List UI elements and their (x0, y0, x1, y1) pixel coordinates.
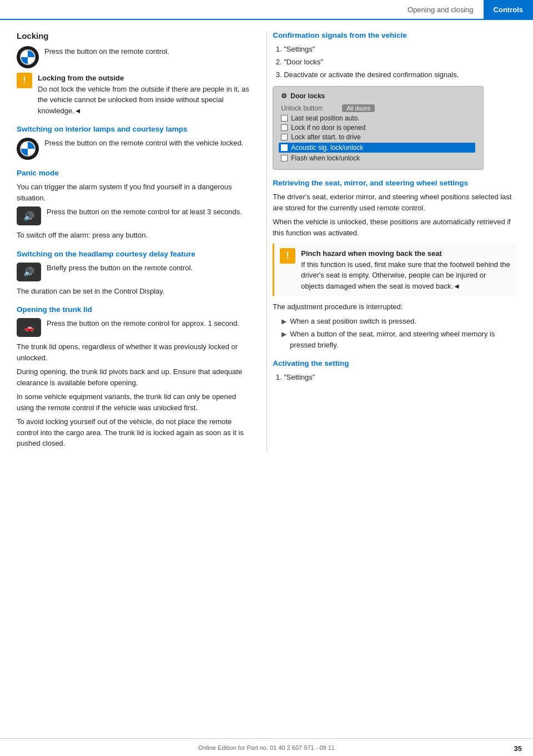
gear-icon: ⚙ (281, 92, 287, 100)
trunk-body4: In some vehicle equipment variants, the … (17, 391, 250, 413)
trunk-avoid: To avoid locking yourself out of the veh… (17, 416, 250, 449)
bmw-remote-icon-2 (17, 138, 39, 160)
headlamp-body2: The duration can be set in the Control D… (17, 286, 250, 297)
checkbox-label: Acoustic sig. lock/unlock (291, 144, 363, 152)
seat-mirror-body2: When the vehicle is unlocked, these posi… (273, 216, 516, 238)
door-locks-items: Last seat position auto.Lock if no door … (281, 114, 475, 162)
top-nav: Opening and closing Controls (0, 0, 533, 20)
door-locks-checkbox-row: Lock after start. to drive (281, 133, 475, 141)
interrupted-item-1: ▶ When a seat position switch is pressed… (281, 316, 516, 327)
checkbox-label: Lock after start. to drive (291, 133, 360, 141)
interior-lamps-title: Switching on interior lamps and courtesy… (17, 125, 250, 133)
headlamp-title: Switching on the headlamp courtesy delay… (17, 250, 250, 258)
door-locks-box: ⚙ Door locks Unlock button: All doors La… (273, 86, 484, 170)
speaker-icon-2: 🔊 (17, 263, 41, 281)
confirmation-step-2: "Door locks" (284, 57, 516, 68)
locking-title: Locking (17, 31, 250, 41)
door-locks-unlock-row: Unlock button: All doors (281, 104, 475, 112)
interior-lamps-row: Press the button on the remote control w… (17, 138, 250, 160)
trunk-body3: During opening, the trunk lid pivots bac… (17, 366, 250, 388)
locking-remote-text: Press the button on the remote control. (44, 46, 250, 57)
trunk-body1: Press the button on the remote control f… (47, 318, 250, 329)
confirmation-step-3: Deactivate or activate the desired confi… (284, 69, 516, 81)
headlamp-body1: Briefly press the button on the remote c… (47, 263, 250, 274)
left-column: Locking Press the button on the remote c… (17, 31, 266, 452)
checkbox-label: Lock if no door is opened (291, 124, 365, 132)
headlamp-row: 🔊 Briefly press the button on the remote… (17, 263, 250, 281)
confirmation-step-1: "Settings" (284, 44, 516, 56)
seat-mirror-body1: The driver's seat, exterior mirror, and … (273, 191, 516, 213)
panic-mode-body3: To switch off the alarm: press any butto… (17, 230, 250, 241)
main-content: Locking Press the button on the remote c… (0, 20, 533, 463)
confirmation-steps: "Settings" "Door locks" Deactivate or ac… (273, 44, 516, 80)
door-locks-checkbox-row: Last seat position auto. (281, 114, 475, 122)
locking-warning-title: Locking from the outside (38, 73, 250, 84)
panic-mode-body2: Press the button on the remote control f… (47, 206, 250, 218)
footer: Online Edition for Part no. 01 40 2 607 … (0, 738, 533, 756)
checkbox-icon: ✓ (281, 144, 288, 151)
activating-step-1: "Settings" (284, 372, 516, 384)
door-locks-title: ⚙ Door locks (281, 92, 475, 100)
panic-mode-body1: You can trigger the alarm system if you … (17, 182, 250, 203)
checkbox-label: Last seat position auto. (291, 114, 359, 122)
checkbox-label: Flash when lock/unlock (291, 154, 360, 162)
checkbox-icon (281, 115, 288, 122)
locking-warning-row: ! Locking from the outside Do not lock t… (17, 73, 250, 116)
door-locks-unlock-value: All doors (342, 104, 375, 112)
activating-title: Activating the setting (273, 359, 516, 367)
panic-mode-title: Panic mode (17, 169, 250, 177)
trunk-title: Opening the trunk lid (17, 305, 250, 314)
panic-mode-row: 🔊 Press the button on the remote control… (17, 206, 250, 225)
locking-warning-body: Do not lock the vehicle from the outside… (38, 84, 250, 117)
bmw-remote-icon (17, 46, 39, 68)
door-locks-unlock-label: Unlock button: (281, 104, 342, 112)
nav-controls[interactable]: Controls (484, 0, 533, 19)
right-column: Confirmation signals from the vehicle "S… (266, 31, 516, 452)
seat-mirror-title: Retrieving the seat, mirror, and steerin… (273, 179, 516, 187)
locking-remote-row: Press the button on the remote control. (17, 46, 250, 68)
door-locks-checkbox-row: ✓Acoustic sig. lock/unlock (279, 143, 475, 153)
interrupted-item-2: ▶ When a button of the seat, mirror, and… (281, 329, 516, 350)
pinch-hazard-content: Pinch hazard when moving back the seat I… (301, 248, 511, 291)
door-locks-checkbox-row: Lock if no door is opened (281, 124, 475, 132)
interior-lamps-body: Press the button on the remote control w… (44, 138, 250, 149)
warning-triangle-icon-2: ! (280, 248, 295, 264)
locking-warning-content: Locking from the outside Do not lock the… (38, 73, 250, 116)
pinch-hazard-title: Pinch hazard when moving back the seat (301, 248, 511, 259)
activating-steps: "Settings" (273, 372, 516, 384)
interrupted-title: The adjustment procedure is interrupted: (273, 301, 516, 313)
checkbox-icon (281, 155, 288, 162)
trunk-row: 🚗 Press the button on the remote control… (17, 318, 250, 337)
page-number: 35 (514, 744, 522, 753)
warning-triangle-icon: ! (17, 73, 32, 88)
nav-opening-closing[interactable]: Opening and closing (398, 0, 484, 19)
confirmation-title: Confirmation signals from the vehicle (273, 31, 516, 39)
door-locks-checkbox-row: Flash when lock/unlock (281, 154, 475, 162)
checkbox-icon (281, 134, 288, 140)
arrow-icon-3: ▶ (281, 316, 286, 326)
trunk-icon: 🚗 (17, 318, 41, 337)
footer-text: Online Edition for Part no. 01 40 2 607 … (198, 744, 335, 751)
checkbox-icon (281, 124, 288, 131)
speaker-icon: 🔊 (17, 206, 41, 225)
trunk-body2: The trunk lid opens, regardless of wheth… (17, 341, 250, 363)
arrow-icon-4: ▶ (281, 329, 286, 339)
pinch-hazard-body: If this function is used, first make sur… (301, 259, 511, 292)
pinch-hazard-notice: ! Pinch hazard when moving back the seat… (273, 244, 516, 296)
